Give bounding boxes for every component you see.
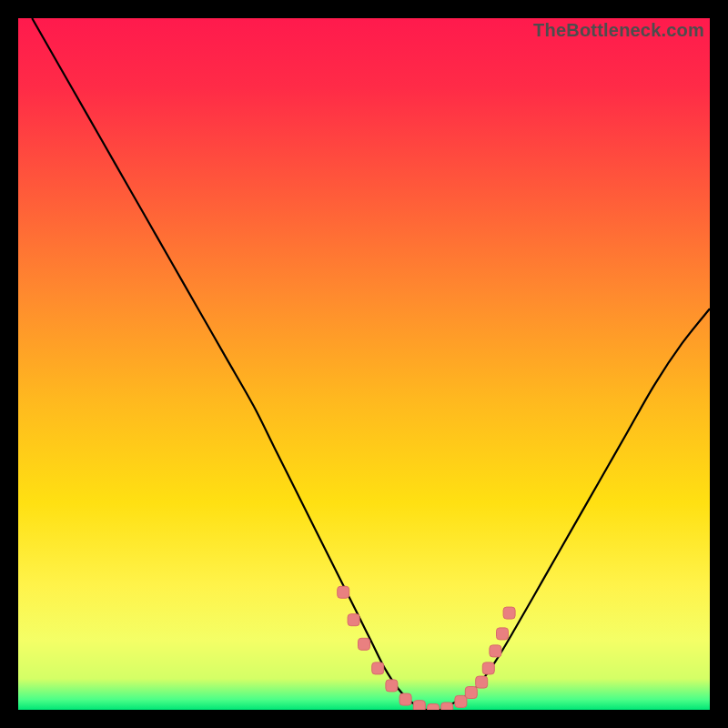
marker-dot	[348, 614, 359, 626]
marker-dot	[503, 607, 515, 619]
marker-dot	[338, 586, 349, 598]
marker-dot	[497, 628, 509, 640]
watermark-text: TheBottleneck.com	[533, 20, 704, 41]
marker-dot	[386, 680, 398, 692]
marker-dot	[490, 645, 501, 657]
marker-dot	[399, 693, 411, 705]
marker-dot	[476, 676, 488, 688]
marker-dot	[359, 638, 370, 650]
marker-dot	[455, 695, 467, 707]
marker-dot	[372, 662, 384, 674]
gradient-background	[18, 18, 710, 710]
marker-dot	[428, 704, 440, 711]
marker-dot	[482, 662, 494, 674]
marker-dot	[441, 703, 453, 710]
chart-frame: TheBottleneck.com	[18, 18, 710, 710]
marker-dot	[413, 701, 425, 710]
bottleneck-chart	[18, 18, 710, 710]
marker-dot	[465, 687, 477, 699]
